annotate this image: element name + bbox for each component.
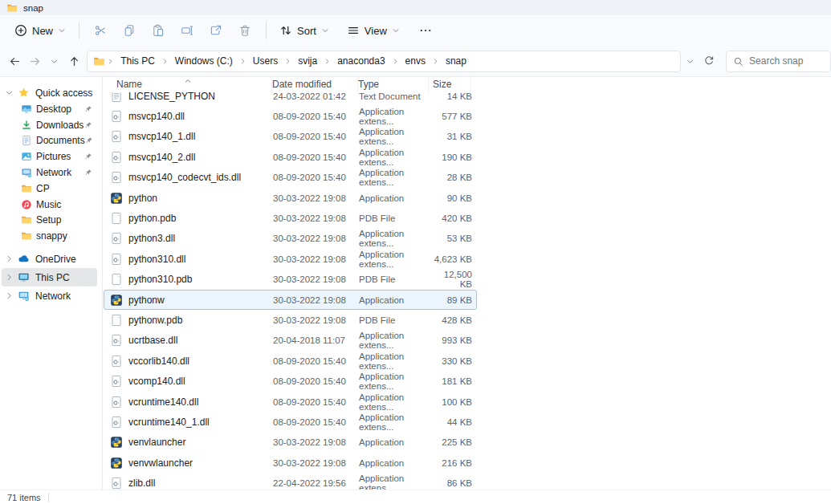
- file-name-cell: msvcp140.dll: [104, 110, 273, 123]
- sidebar-item-setup[interactable]: Setup: [0, 213, 102, 229]
- sidebar-item-network[interactable]: Network: [2, 287, 97, 305]
- breadcrumb-item[interactable]: Windows (C:): [170, 53, 238, 69]
- file-name-cell: zlib.dll: [104, 477, 273, 490]
- expander-chevron-icon[interactable]: [5, 291, 14, 300]
- file-row[interactable]: vccorlib140.dll 08-09-2020 15:40 Applica…: [104, 351, 477, 371]
- file-row[interactable]: python310.pdb 30-03-2022 19:08 PDB File …: [104, 270, 477, 290]
- sidebar-item-network[interactable]: Network: [0, 165, 102, 181]
- sidebar-item-cp[interactable]: CP: [0, 181, 102, 197]
- file-date-modified: 30-03-2022 19:08: [273, 213, 359, 223]
- sidebar-item-downloads[interactable]: Downloads: [0, 117, 102, 133]
- column-header-date-modified[interactable]: Date modified: [272, 77, 358, 92]
- new-button[interactable]: New: [8, 20, 72, 41]
- breadcrumb-chevron-icon: [160, 58, 170, 65]
- file-row[interactable]: vcruntime140_1.dll 08-09-2020 15:40 Appl…: [104, 412, 477, 432]
- breadcrumb-chevron-icon: [430, 58, 441, 65]
- sidebar-item-quick-access[interactable]: Quick access: [2, 84, 97, 101]
- expander-chevron-icon[interactable]: [5, 273, 14, 282]
- file-size: 100 KB: [430, 397, 472, 407]
- column-header-type[interactable]: Type: [358, 77, 429, 92]
- sidebar-item-this-pc[interactable]: This PC: [2, 268, 97, 287]
- expander-chevron-icon[interactable]: [5, 254, 14, 263]
- file-row[interactable]: msvcp140_2.dll 08-09-2020 15:40 Applicat…: [104, 147, 477, 167]
- sidebar-item-onedrive[interactable]: OneDrive: [2, 250, 97, 268]
- delete-button[interactable]: [230, 19, 259, 42]
- file-date-modified: 30-03-2022 19:08: [273, 315, 359, 325]
- breadcrumb-chevron-icon: [283, 58, 293, 65]
- file-type: Application extens...: [359, 474, 430, 490]
- address-bar[interactable]: This PC Windows (C:) Users svija anacond…: [87, 51, 680, 72]
- breadcrumb-item[interactable]: This PC: [116, 53, 160, 69]
- search-icon: [733, 56, 743, 67]
- file-size: 330 KB: [430, 356, 472, 366]
- file-type: PDB File: [359, 315, 430, 325]
- back-button[interactable]: [5, 51, 25, 71]
- view-button[interactable]: View: [340, 20, 406, 41]
- rename-button[interactable]: [173, 19, 202, 42]
- navigation-pane: Quick access Desktop Downloads Documents…: [0, 77, 103, 490]
- file-row[interactable]: pythonw.pdb 30-03-2022 19:08 PDB File 42…: [104, 310, 477, 330]
- file-row[interactable]: venvlauncher 30-03-2022 19:08 Applicatio…: [104, 433, 477, 453]
- address-dropdown-button[interactable]: [681, 51, 700, 71]
- file-row[interactable]: msvcp140.dll 08-09-2020 15:40 Applicatio…: [104, 106, 477, 126]
- copy-button[interactable]: [115, 19, 144, 42]
- file-type: Application: [359, 193, 430, 203]
- breadcrumb-item[interactable]: svija: [293, 53, 322, 69]
- status-separator: [48, 493, 49, 502]
- sidebar-item-music[interactable]: Music: [0, 197, 102, 213]
- file-row[interactable]: python3.dll 30-03-2022 19:08 Application…: [104, 229, 477, 249]
- forward-button[interactable]: [25, 51, 45, 71]
- file-row[interactable]: python 30-03-2022 19:08 Application 90 K…: [104, 188, 477, 208]
- sort-button-label: Sort: [297, 25, 316, 37]
- document-icon: [21, 135, 32, 146]
- file-row[interactable]: vcruntime140.dll 08-09-2020 15:40 Applic…: [104, 392, 477, 412]
- file-row[interactable]: msvcp140_codecvt_ids.dll 08-09-2020 15:4…: [104, 168, 477, 188]
- breadcrumb-item[interactable]: anaconda3: [332, 53, 389, 69]
- file-row[interactable]: venvwlauncher 30-03-2022 19:08 Applicati…: [104, 453, 477, 473]
- share-button[interactable]: [202, 19, 230, 42]
- file-type: Application extens...: [359, 413, 430, 432]
- file-row[interactable]: msvcp140_1.dll 08-09-2020 15:40 Applicat…: [104, 127, 477, 147]
- column-header-size[interactable]: Size: [429, 77, 471, 92]
- file-name-cell: python3.dll: [104, 232, 273, 245]
- file-row[interactable]: LICENSE_PYTHON 24-03-2022 01:42 Text Doc…: [104, 92, 477, 106]
- share-icon: [210, 24, 222, 37]
- file-name: msvcp140_1.dll: [128, 131, 195, 142]
- delete-icon: [238, 24, 251, 37]
- file-name-cell: python: [104, 192, 273, 205]
- file-date-modified: 30-03-2022 19:08: [273, 295, 359, 305]
- file-date-modified: 22-04-2022 19:56: [273, 478, 359, 488]
- up-button[interactable]: [64, 51, 84, 71]
- expander-chevron-icon[interactable]: [5, 88, 14, 97]
- search-input[interactable]: [749, 55, 824, 67]
- file-row[interactable]: pythonw 30-03-2022 19:08 Application 89 …: [104, 290, 477, 310]
- file-row[interactable]: python.pdb 30-03-2022 19:08 PDB File 420…: [104, 208, 477, 228]
- more-options-button[interactable]: [411, 19, 440, 42]
- breadcrumb-segment: snap: [430, 53, 471, 69]
- file-row[interactable]: ucrtbase.dll 20-04-2018 11:07 Applicatio…: [104, 331, 477, 351]
- file-row[interactable]: python310.dll 30-03-2022 19:08 Applicati…: [104, 249, 477, 269]
- breadcrumb-item[interactable]: snap: [441, 53, 471, 69]
- sidebar-item-documents[interactable]: Documents: [0, 133, 102, 149]
- cut-button[interactable]: [86, 19, 115, 42]
- file-date-modified: 08-09-2020 15:40: [273, 132, 359, 141]
- file-list: LICENSE_PYTHON 24-03-2022 01:42 Text Doc…: [104, 92, 831, 490]
- paste-button[interactable]: [144, 19, 173, 42]
- file-row[interactable]: vcomp140.dll 08-09-2020 15:40 Applicatio…: [104, 371, 477, 391]
- file-date-modified: 08-09-2020 15:40: [273, 152, 359, 162]
- sidebar-item-snappy[interactable]: snappy: [0, 228, 102, 244]
- pin-icon: [85, 136, 93, 144]
- recent-locations-button[interactable]: [45, 51, 65, 71]
- file-name-cell: python310.pdb: [104, 273, 273, 286]
- file-name: msvcp140_codecvt_ids.dll: [128, 172, 241, 183]
- window-tab[interactable]: snap: [6, 2, 43, 14]
- breadcrumb-item[interactable]: Users: [248, 53, 283, 69]
- sort-button[interactable]: Sort: [273, 20, 336, 41]
- file-row[interactable]: zlib.dll 22-04-2022 19:56 Application ex…: [104, 473, 477, 490]
- breadcrumb-item[interactable]: envs: [401, 53, 430, 69]
- refresh-button[interactable]: [699, 51, 719, 71]
- sidebar-item-desktop[interactable]: Desktop: [0, 101, 102, 117]
- dll-file-icon: [110, 355, 123, 368]
- sidebar-item-pictures[interactable]: Pictures: [0, 148, 102, 165]
- folder-icon: [6, 2, 18, 14]
